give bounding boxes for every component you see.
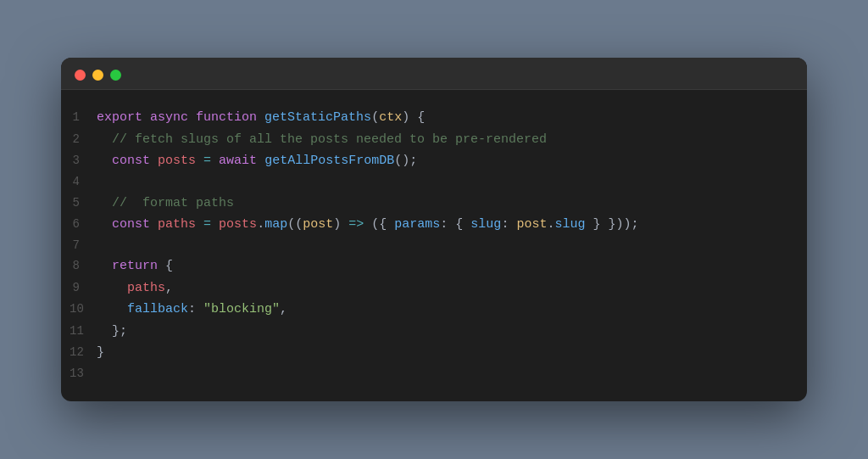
code-line-7: 7 xyxy=(70,236,790,256)
maximize-button[interactable] xyxy=(110,70,121,81)
line-code: export async function getStaticPaths(ctx… xyxy=(97,107,425,129)
line-number: 5 xyxy=(70,193,97,214)
line-number: 9 xyxy=(70,278,97,299)
line-number: 10 xyxy=(70,299,97,320)
line-code: // format paths xyxy=(97,193,234,215)
code-window: 1 export async function getStaticPaths(c… xyxy=(61,58,807,400)
code-line-11: 11 }; xyxy=(70,321,790,343)
code-line-9: 9 paths, xyxy=(70,277,790,299)
line-number: 2 xyxy=(70,130,97,150)
code-line-13: 13 xyxy=(70,364,790,384)
code-line-3: 3 const posts = await getAllPostsFromDB(… xyxy=(70,150,790,172)
line-number: 6 xyxy=(70,215,97,235)
code-line-4: 4 xyxy=(70,172,790,193)
line-number: 13 xyxy=(70,364,97,384)
close-button[interactable] xyxy=(75,70,86,81)
code-line-5: 5 // format paths xyxy=(70,193,790,215)
line-number: 8 xyxy=(70,256,97,277)
minimize-button[interactable] xyxy=(92,70,103,81)
code-line-12: 12 } xyxy=(70,342,790,364)
code-line-10: 10 fallback: "blocking", xyxy=(70,299,790,321)
line-code: const posts = await getAllPostsFromDB(); xyxy=(97,150,417,172)
line-code: return { xyxy=(97,255,173,277)
line-code: }; xyxy=(97,321,127,343)
titlebar xyxy=(61,58,807,90)
line-code: // fetch slugs of all the posts needed t… xyxy=(97,129,547,151)
line-number: 3 xyxy=(70,151,97,171)
line-number: 1 xyxy=(70,108,97,128)
line-number: 4 xyxy=(70,172,97,193)
line-code: const paths = posts.map((post) => ({ par… xyxy=(97,214,639,236)
line-code: paths, xyxy=(97,277,173,299)
line-number: 12 xyxy=(70,343,97,363)
line-number: 11 xyxy=(70,322,97,342)
line-code: fallback: "blocking", xyxy=(97,299,287,321)
line-code: } xyxy=(97,342,104,364)
code-line-1: 1 export async function getStaticPaths(c… xyxy=(70,107,790,129)
code-line-2: 2 // fetch slugs of all the posts needed… xyxy=(70,129,790,151)
code-editor: 1 export async function getStaticPaths(c… xyxy=(61,90,807,400)
code-line-6: 6 const paths = posts.map((post) => ({ p… xyxy=(70,214,790,236)
code-line-8: 8 return { xyxy=(70,255,790,277)
line-number: 7 xyxy=(70,236,97,256)
